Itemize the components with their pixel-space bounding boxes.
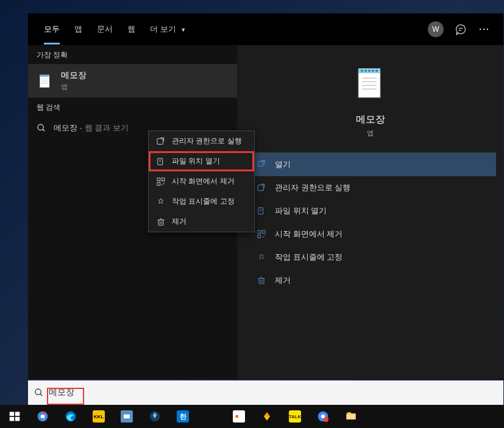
admin-icon [156, 137, 166, 146]
svg-point-9 [48, 75, 48, 76]
svg-line-15 [43, 129, 44, 131]
search-bar [28, 380, 503, 405]
notepad-icon-large [351, 63, 390, 102]
section-best-match: 가장 정확 [28, 45, 237, 64]
feedback-icon[interactable] [455, 23, 467, 35]
unpin-start-icon [156, 177, 166, 187]
svg-line-48 [262, 235, 265, 238]
svg-rect-29 [358, 71, 380, 98]
context-open-location[interactable]: 파일 위치 열기 [149, 151, 254, 171]
context-pin-taskbar-label: 작업 표시줄에 고정 [172, 196, 235, 207]
action-open-location-label: 파일 위치 열기 [275, 205, 327, 216]
more-options-icon[interactable] [478, 23, 490, 35]
context-open-location-label: 파일 위치 열기 [172, 156, 220, 166]
result-notepad[interactable]: 메모장 앱 [28, 64, 237, 98]
action-open-label: 열기 [275, 159, 291, 170]
folder-location-icon [156, 157, 166, 166]
kakao-icon: TALK [289, 410, 301, 423]
context-uninstall[interactable]: 제거 [149, 212, 254, 232]
start-button[interactable] [1, 405, 28, 427]
search-input[interactable] [49, 388, 497, 398]
trash-icon [156, 217, 166, 227]
app-icon: 한 [177, 410, 189, 423]
section-web-search: 웹 검색 [28, 98, 237, 116]
taskbar-kakaotalk[interactable]: TALK [282, 405, 308, 427]
taskbar-app-6[interactable] [225, 405, 252, 427]
results-panel: 가장 정확 메모장 앱 웹 검색 메모장 - 웹 결과 보기 [28, 45, 237, 379]
tab-apps[interactable]: 앱 [67, 15, 90, 43]
action-unpin-start[interactable]: 시작 화면에서 제거 [244, 223, 496, 246]
search-icon [34, 388, 44, 398]
svg-rect-22 [157, 182, 160, 185]
web-query-suffix: - 웹 결과 보기 [77, 123, 129, 132]
action-run-admin[interactable]: 관리자 권한으로 실행 [244, 176, 496, 199]
search-icon [37, 123, 46, 133]
action-run-admin-label: 관리자 권한으로 실행 [275, 182, 350, 193]
taskbar-app-4[interactable]: 한 [169, 405, 196, 427]
svg-point-31 [361, 70, 363, 71]
action-open-location[interactable]: 파일 위치 열기 [244, 199, 496, 223]
app-icon [121, 410, 133, 423]
context-pin-taskbar[interactable]: 작업 표시줄에 고정 [149, 191, 254, 212]
app-icon [261, 410, 273, 423]
tab-all[interactable]: 모두 [37, 15, 67, 43]
app-icon [205, 410, 217, 423]
taskbar-explorer[interactable] [338, 405, 364, 427]
tab-bar: 모두 앱 문서 웹 더 보기 ▼ W [28, 13, 503, 45]
chrome-icon [317, 410, 329, 423]
taskbar-chrome[interactable] [29, 405, 56, 427]
user-avatar[interactable]: W [428, 21, 444, 37]
svg-point-67 [235, 415, 238, 418]
svg-rect-45 [258, 230, 261, 234]
action-uninstall[interactable]: 제거 [244, 269, 496, 292]
svg-point-2 [487, 29, 489, 30]
folder-location-icon [257, 206, 266, 216]
admin-icon [257, 183, 266, 193]
svg-rect-24 [158, 219, 163, 225]
svg-rect-21 [161, 178, 165, 181]
preview-title: 메모장 [356, 113, 385, 126]
app-icon: KKL [93, 410, 105, 423]
preview-panel: 메모장 앱 열기 관리자 권한으로 실행 파일 위치 열기 시작 [237, 45, 503, 379]
result-title: 메모장 [61, 70, 87, 81]
tab-documents[interactable]: 문서 [90, 15, 120, 43]
svg-point-70 [324, 417, 328, 422]
taskbar-chrome-2[interactable] [310, 405, 336, 427]
taskbar-edge[interactable] [57, 405, 84, 427]
edge-icon [65, 410, 77, 423]
svg-point-54 [35, 389, 41, 394]
context-run-admin-label: 관리자 권한으로 실행 [172, 136, 242, 146]
action-unpin-start-label: 시작 화면에서 제거 [275, 229, 343, 240]
app-icon [233, 410, 245, 423]
action-pin-taskbar[interactable]: 작업 표시줄에 고정 [244, 246, 496, 269]
taskbar-app-2[interactable] [113, 405, 140, 427]
context-run-admin[interactable]: 관리자 권한으로 실행 [149, 131, 254, 151]
svg-point-5 [41, 75, 41, 76]
svg-point-1 [483, 29, 485, 30]
svg-rect-16 [157, 138, 163, 144]
tab-more[interactable]: 더 보기 ▼ [143, 15, 193, 43]
taskbar-app-7[interactable] [254, 405, 280, 427]
context-unpin-start[interactable]: 시작 화면에서 제거 [149, 171, 254, 191]
unpin-start-icon [257, 229, 266, 239]
svg-point-14 [38, 124, 43, 130]
content-area: 가장 정확 메모장 앱 웹 검색 메모장 - 웹 결과 보기 [28, 45, 503, 379]
taskbar-app-3[interactable] [141, 405, 168, 427]
trash-icon [257, 276, 266, 285]
taskbar-app-1[interactable]: KKL [85, 405, 112, 427]
svg-rect-66 [233, 410, 245, 423]
tab-web[interactable]: 웹 [120, 15, 143, 43]
taskbar: KKL 한 TALK [0, 405, 504, 428]
svg-rect-41 [258, 185, 263, 190]
svg-rect-59 [15, 417, 20, 421]
svg-rect-46 [262, 230, 265, 234]
svg-rect-64 [124, 415, 130, 419]
chevron-down-icon: ▼ [180, 27, 186, 33]
svg-point-8 [46, 75, 46, 76]
pin-icon [257, 252, 266, 262]
svg-line-55 [40, 394, 42, 396]
svg-rect-47 [258, 235, 261, 238]
action-open[interactable]: 열기 [244, 153, 496, 176]
svg-point-34 [372, 70, 374, 71]
taskbar-app-5[interactable] [197, 405, 224, 427]
